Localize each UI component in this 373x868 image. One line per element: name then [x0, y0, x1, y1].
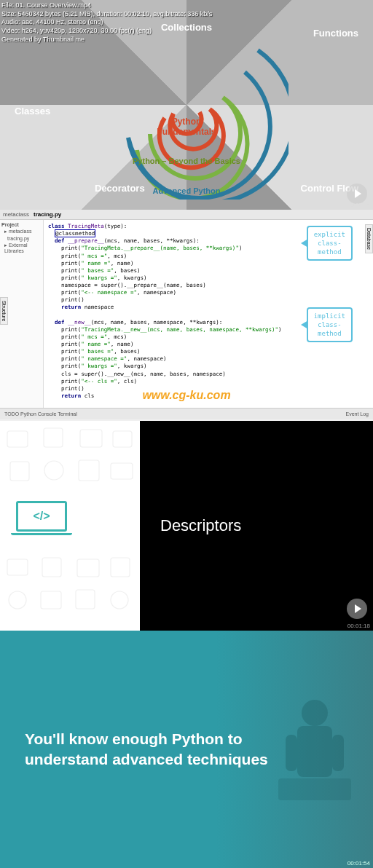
tab-tracing[interactable]: tracing.py	[34, 211, 61, 218]
slide-descriptors: </> Descriptors 00:01:18	[0, 421, 373, 631]
svg-rect-0	[7, 431, 28, 447]
play-button[interactable]	[347, 184, 367, 204]
ide-database-tab[interactable]: Database	[365, 224, 373, 253]
callout-explicit: explicit class- method	[307, 226, 353, 261]
svg-rect-3	[113, 431, 132, 447]
svg-rect-13	[41, 591, 61, 609]
code-editor[interactable]: class TracingMeta(type): @classmethod de…	[44, 220, 373, 408]
descriptors-title: Descriptors	[160, 516, 241, 535]
svg-rect-17	[297, 726, 332, 777]
sidebar-item[interactable]: tracing.py	[1, 235, 42, 242]
code-icon: </>	[16, 501, 67, 532]
svg-rect-19	[332, 735, 344, 771]
timestamp-4: 00:01:54	[348, 860, 370, 867]
status-left[interactable]: TODO Python Console Terminal	[4, 411, 77, 417]
ide-structure-tab[interactable]: Structure	[0, 297, 8, 325]
play-button[interactable]	[347, 599, 367, 619]
svg-rect-1	[44, 428, 63, 447]
status-right[interactable]: Event Log	[345, 411, 369, 417]
teal-text: You'll know enough Python to understand …	[0, 729, 277, 770]
descriptors-left: </>	[0, 421, 140, 631]
svg-rect-7	[111, 463, 133, 479]
svg-rect-14	[76, 590, 95, 609]
ide-tab-bar: metaclass tracing.py	[0, 210, 373, 220]
meta-size: Size: 5460342 bytes (5.21 MiB), duration…	[1, 10, 212, 19]
svg-rect-9	[42, 558, 61, 577]
ring-inner: Python Fundamentals	[157, 117, 216, 137]
sidebar-header: Project	[1, 221, 42, 228]
meta-video: Video: h264, yuv420p, 1280x720, 30.00 fp…	[1, 27, 212, 36]
descriptors-right: Descriptors	[140, 421, 373, 631]
laptop-icon: </>	[16, 501, 67, 537]
svg-point-5	[44, 461, 63, 480]
meta-file: File: 01. Course Overview.mp4	[1, 1, 212, 10]
svg-rect-4	[10, 462, 29, 481]
label-classes: Classes	[15, 106, 50, 117]
svg-rect-11	[111, 558, 130, 577]
label-decorators: Decorators	[95, 183, 145, 194]
sidebar-item[interactable]: ▸ External Libraries	[1, 242, 42, 254]
callout-implicit: implicit class- method	[307, 307, 353, 342]
ring-outer: Advanced Python	[153, 186, 221, 195]
sidebar-item[interactable]: ▸ metaclass	[1, 228, 42, 235]
person-silhouette	[271, 691, 358, 808]
timestamp-1: 00:00:06	[348, 202, 370, 208]
tab-metaclass[interactable]: metaclass	[3, 211, 29, 218]
svg-rect-2	[80, 430, 102, 447]
svg-point-15	[111, 591, 128, 609]
svg-rect-20	[278, 778, 351, 800]
ide-statusbar: TODO Python Console Terminal Event Log	[0, 408, 373, 419]
svg-rect-8	[7, 559, 28, 575]
file-metadata: File: 01. Course Overview.mp4 Size: 5460…	[1, 1, 212, 44]
svg-point-12	[9, 591, 26, 609]
svg-point-16	[302, 700, 328, 726]
svg-rect-10	[77, 559, 99, 577]
meta-gen: Generated by Thumbnail me	[1, 36, 212, 44]
timestamp-3: 00:01:18	[348, 623, 370, 629]
ring-middle: Python – Beyond the Basics	[133, 157, 240, 165]
meta-audio: Audio: aac, 44100 Hz, stereo (eng)	[1, 18, 212, 27]
svg-rect-6	[79, 460, 99, 481]
slide-ide: metaclass tracing.py Project ▸ metaclass…	[0, 210, 373, 421]
slide-teal: You'll know enough Python to understand …	[0, 631, 373, 868]
svg-rect-18	[286, 735, 297, 771]
label-functions: Functions	[313, 28, 358, 39]
watermark: www.cg-ku.com	[142, 389, 230, 402]
